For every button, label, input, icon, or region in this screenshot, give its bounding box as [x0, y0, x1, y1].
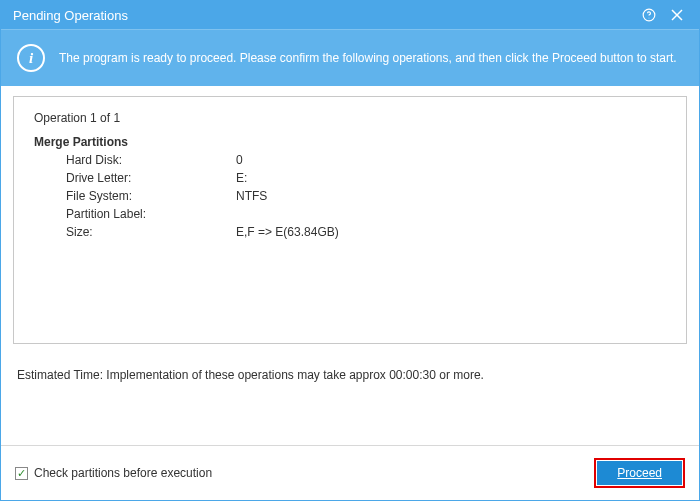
detail-row: File System: NTFS — [34, 187, 666, 205]
operation-heading: Operation 1 of 1 — [34, 111, 666, 125]
info-banner: i The program is ready to proceed. Pleas… — [1, 29, 699, 86]
checkbox-box: ✓ — [15, 467, 28, 480]
detail-label: Partition Label: — [66, 205, 236, 223]
proceed-button[interactable]: Proceed — [597, 461, 682, 485]
bottom-bar: ✓ Check partitions before execution Proc… — [1, 445, 699, 500]
checkmark-icon: ✓ — [17, 468, 26, 479]
titlebar: Pending Operations — [1, 1, 699, 29]
detail-label: File System: — [66, 187, 236, 205]
detail-row: Drive Letter: E: — [34, 169, 666, 187]
detail-value: NTFS — [236, 187, 267, 205]
operations-panel: Operation 1 of 1 Merge Partitions Hard D… — [13, 96, 687, 344]
svg-point-1 — [649, 17, 650, 18]
close-button[interactable] — [663, 1, 691, 29]
main-content: Operation 1 of 1 Merge Partitions Hard D… — [1, 86, 699, 382]
info-icon: i — [17, 44, 45, 72]
detail-row: Partition Label: — [34, 205, 666, 223]
detail-label: Drive Letter: — [66, 169, 236, 187]
detail-value: E,F => E(63.84GB) — [236, 223, 339, 241]
help-button[interactable] — [635, 1, 663, 29]
detail-value: 0 — [236, 151, 243, 169]
checkbox-label: Check partitions before execution — [34, 466, 212, 480]
detail-row: Hard Disk: 0 — [34, 151, 666, 169]
check-partitions-checkbox[interactable]: ✓ Check partitions before execution — [15, 466, 212, 480]
detail-label: Size: — [66, 223, 236, 241]
detail-label: Hard Disk: — [66, 151, 236, 169]
operation-title: Merge Partitions — [34, 135, 666, 149]
banner-text: The program is ready to proceed. Please … — [59, 51, 677, 65]
window-title: Pending Operations — [13, 8, 635, 23]
detail-row: Size: E,F => E(63.84GB) — [34, 223, 666, 241]
proceed-button-highlight: Proceed — [594, 458, 685, 488]
estimated-time: Estimated Time: Implementation of these … — [13, 344, 687, 382]
detail-value: E: — [236, 169, 247, 187]
